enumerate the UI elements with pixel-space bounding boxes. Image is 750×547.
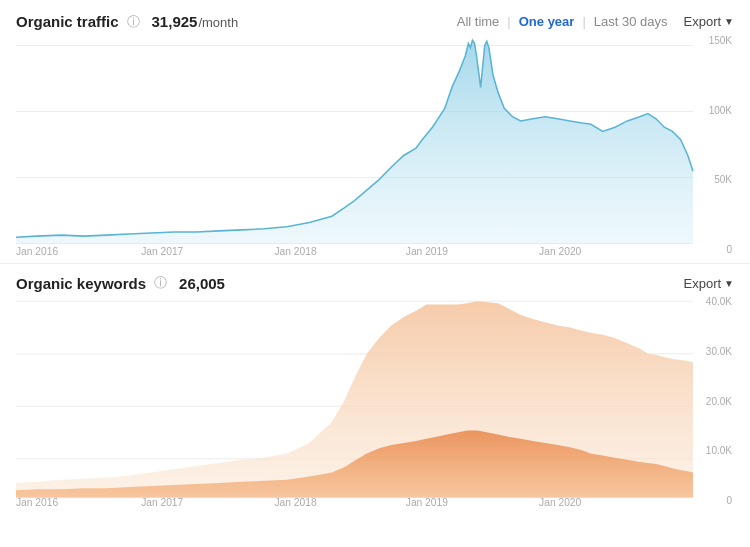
- svg-text:Jan 2020: Jan 2020: [539, 246, 581, 255]
- page-container: Organic traffic ⓘ 31,925/month All time …: [0, 0, 750, 506]
- last-30-btn[interactable]: Last 30 days: [586, 12, 676, 31]
- chart-title-2: Organic keywords: [16, 275, 146, 292]
- all-time-btn[interactable]: All time: [449, 12, 508, 31]
- chart-area-2: 40.0K 30.0K 20.0K 10.0K 0: [16, 296, 734, 506]
- organic-traffic-section: Organic traffic ⓘ 31,925/month All time …: [0, 0, 750, 264]
- organic-keywords-section: Organic keywords ⓘ 26,005 Export ▼ 40.0K…: [0, 264, 750, 506]
- svg-text:Jan 2019: Jan 2019: [406, 497, 448, 506]
- title-group-1: Organic traffic ⓘ 31,925/month: [16, 13, 238, 31]
- title-group-2: Organic keywords ⓘ 26,005: [16, 274, 225, 292]
- info-icon-2[interactable]: ⓘ: [154, 274, 167, 292]
- export-btn-2[interactable]: Export ▼: [684, 276, 734, 291]
- chart-area-1: 150K 100K 50K 0: [16, 35, 734, 255]
- svg-text:Jan 2016: Jan 2016: [16, 246, 58, 255]
- time-controls: All time | One year | Last 30 days Expor…: [449, 12, 734, 31]
- chart-metric-1: 31,925/month: [152, 13, 239, 30]
- chart-title-1: Organic traffic: [16, 13, 119, 30]
- svg-text:Jan 2017: Jan 2017: [141, 246, 183, 255]
- keywords-chart-svg: Jan 2016 Jan 2017 Jan 2018 Jan 2019 Jan …: [16, 296, 734, 506]
- chevron-down-icon: ▼: [724, 16, 734, 27]
- svg-text:Jan 2017: Jan 2017: [141, 497, 183, 506]
- svg-text:Jan 2016: Jan 2016: [16, 497, 58, 506]
- chart-header-2: Organic keywords ⓘ 26,005 Export ▼: [16, 274, 734, 292]
- export-btn-1[interactable]: Export ▼: [684, 14, 734, 29]
- svg-text:Jan 2019: Jan 2019: [406, 246, 448, 255]
- chevron-down-icon-2: ▼: [724, 278, 734, 289]
- svg-text:Jan 2018: Jan 2018: [274, 497, 316, 506]
- info-icon-1[interactable]: ⓘ: [127, 13, 140, 31]
- svg-text:Jan 2018: Jan 2018: [274, 246, 316, 255]
- svg-text:Jan 2020: Jan 2020: [539, 497, 581, 506]
- chart-header-1: Organic traffic ⓘ 31,925/month All time …: [16, 12, 734, 31]
- chart-metric-2: 26,005: [179, 275, 225, 292]
- one-year-btn[interactable]: One year: [511, 12, 583, 31]
- traffic-chart-svg: Jan 2016 Jan 2017 Jan 2018 Jan 2019 Jan …: [16, 35, 734, 255]
- traffic-area: [16, 40, 693, 243]
